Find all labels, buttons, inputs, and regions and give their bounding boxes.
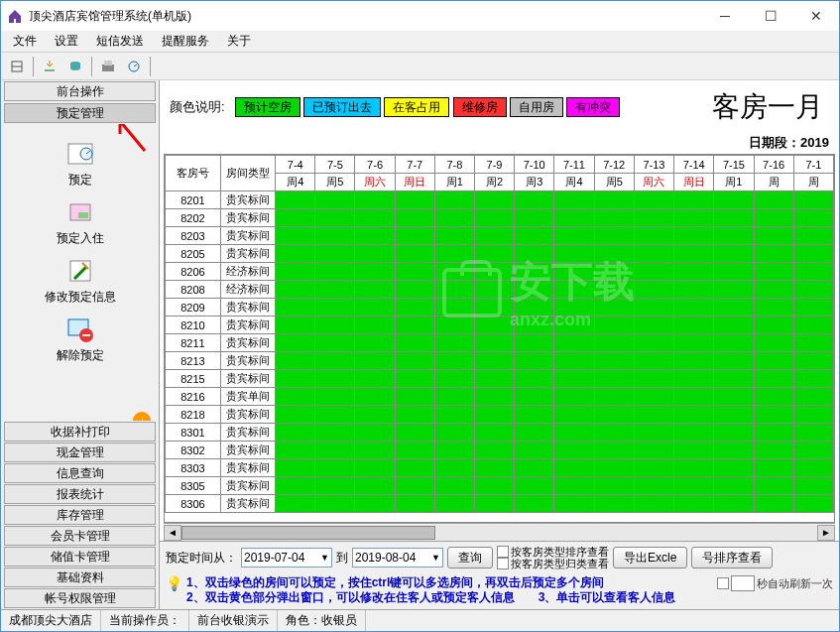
availability-cell[interactable] [474,388,514,406]
availability-cell[interactable] [634,495,673,513]
availability-cell[interactable] [434,459,474,477]
availability-cell[interactable] [554,459,594,477]
availability-cell[interactable] [315,334,355,352]
availability-cell[interactable] [276,495,315,513]
availability-cell[interactable] [355,495,395,513]
availability-cell[interactable] [754,316,793,334]
availability-cell[interactable] [674,424,714,442]
availability-cell[interactable] [714,281,754,299]
toolbar-btn-2[interactable] [38,55,61,78]
availability-cell[interactable] [594,227,634,245]
availability-cell[interactable] [515,388,554,406]
availability-cell[interactable] [754,388,793,406]
availability-cell[interactable] [395,191,434,209]
availability-cell[interactable] [434,281,474,299]
availability-cell[interactable] [315,352,355,370]
availability-cell[interactable] [754,263,793,281]
availability-cell[interactable] [674,406,714,424]
availability-cell[interactable] [395,334,434,352]
availability-cell[interactable] [276,316,315,334]
availability-cell[interactable] [276,370,315,388]
availability-cell[interactable] [634,209,673,227]
menu-2[interactable]: 短信发送 [88,31,152,52]
availability-cell[interactable] [434,352,474,370]
availability-cell[interactable] [793,334,833,352]
availability-cell[interactable] [594,352,634,370]
availability-cell[interactable] [395,442,434,459]
availability-cell[interactable] [315,227,355,245]
availability-cell[interactable] [355,263,395,281]
availability-cell[interactable] [554,263,594,281]
availability-cell[interactable] [355,245,395,263]
sidebar-bottom-btn-5[interactable]: 会员卡管理 [4,526,156,546]
availability-cell[interactable] [714,263,754,281]
availability-cell[interactable] [276,227,315,245]
availability-cell[interactable] [793,299,833,316]
availability-cell[interactable] [754,334,793,352]
availability-cell[interactable] [634,227,673,245]
availability-cell[interactable] [754,191,793,209]
availability-cell[interactable] [754,424,793,442]
menu-0[interactable]: 文件 [5,31,45,52]
availability-cell[interactable] [474,495,514,513]
availability-cell[interactable] [355,370,395,388]
availability-cell[interactable] [554,352,594,370]
availability-cell[interactable] [355,227,395,245]
availability-cell[interactable] [474,477,514,495]
availability-cell[interactable] [594,370,634,388]
availability-cell[interactable] [355,316,395,334]
availability-cell[interactable] [714,442,754,459]
availability-cell[interactable] [315,370,355,388]
availability-cell[interactable] [355,352,395,370]
availability-cell[interactable] [474,299,514,316]
availability-cell[interactable] [793,191,833,209]
menu-4[interactable]: 关于 [219,31,259,52]
availability-cell[interactable] [355,388,395,406]
availability-cell[interactable] [594,263,634,281]
availability-cell[interactable] [474,245,514,263]
toolbar-btn-1[interactable] [5,55,29,78]
availability-cell[interactable] [674,227,714,245]
availability-cell[interactable] [515,459,554,477]
availability-cell[interactable] [554,209,594,227]
availability-cell[interactable] [315,209,355,227]
availability-cell[interactable] [315,442,355,459]
availability-cell[interactable] [594,299,634,316]
availability-cell[interactable] [474,316,514,334]
availability-cell[interactable] [315,191,355,209]
availability-cell[interactable] [276,299,315,316]
scroll-right-button[interactable]: ► [817,525,835,541]
availability-cell[interactable] [395,299,434,316]
availability-cell[interactable] [634,191,673,209]
availability-cell[interactable] [793,406,833,424]
availability-cell[interactable] [515,495,554,513]
availability-cell[interactable] [554,227,594,245]
availability-cell[interactable] [714,424,754,442]
availability-cell[interactable] [315,424,355,442]
availability-cell[interactable] [554,191,594,209]
chk-auto-refresh[interactable] [717,577,729,589]
scroll-left-button[interactable]: ◄ [164,525,181,541]
availability-cell[interactable] [276,477,315,495]
down-arrow-badge[interactable]: ↓ [133,412,151,421]
availability-cell[interactable] [515,191,554,209]
availability-cell[interactable] [754,227,793,245]
availability-cell[interactable] [674,245,714,263]
availability-cell[interactable] [754,459,793,477]
availability-cell[interactable] [395,352,434,370]
availability-cell[interactable] [395,388,434,406]
availability-cell[interactable] [793,227,833,245]
availability-cell[interactable] [276,263,315,281]
sidebar-item-3[interactable]: 解除预定 [1,314,159,364]
availability-cell[interactable] [634,334,673,352]
availability-cell[interactable] [634,424,673,442]
availability-cell[interactable] [515,424,554,442]
availability-cell[interactable] [754,281,793,299]
availability-cell[interactable] [594,459,634,477]
availability-cell[interactable] [793,459,833,477]
availability-cell[interactable] [674,459,714,477]
availability-cell[interactable] [714,370,754,388]
availability-cell[interactable] [674,370,714,388]
availability-cell[interactable] [434,442,474,459]
availability-cell[interactable] [554,245,594,263]
